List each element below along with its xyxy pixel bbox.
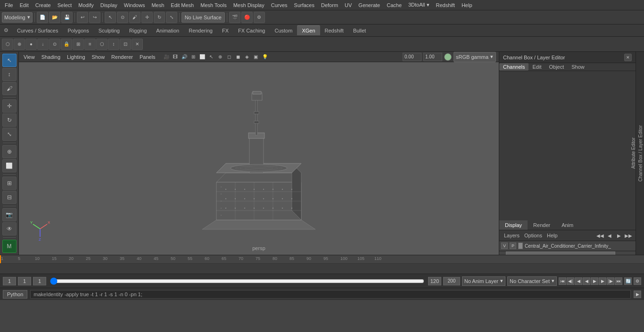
- viewport-menu-view[interactable]: View: [22, 53, 37, 61]
- render-lt[interactable]: 📷: [2, 208, 17, 221]
- layer-tab-display[interactable]: Display: [499, 220, 528, 230]
- layers-scrollbar[interactable]: [499, 251, 636, 255]
- edge-tab-cb[interactable]: Channel Box / Layer Editor: [637, 121, 644, 186]
- menu-edit-mesh[interactable]: Edit Mesh: [168, 1, 197, 9]
- scale-field[interactable]: 1.00: [423, 53, 442, 61]
- tab-xgen[interactable]: XGen: [297, 25, 320, 35]
- layer-name[interactable]: Central_Air_Conditioner_Carrier_Infinity…: [525, 243, 634, 249]
- prev-key-btn[interactable]: ◀|: [567, 277, 574, 285]
- menu-uv[interactable]: UV: [342, 1, 355, 9]
- rotate-lt[interactable]: ↻: [2, 113, 17, 127]
- open-file-btn[interactable]: 📂: [49, 12, 60, 23]
- layer-tab-render[interactable]: Render: [528, 220, 556, 230]
- menu-select[interactable]: Select: [55, 1, 75, 9]
- menu-curves[interactable]: Curves: [268, 1, 290, 9]
- vp-camera-icon[interactable]: 🎥: [162, 53, 171, 61]
- viewport-menu-renderer[interactable]: Renderer: [109, 53, 135, 61]
- frame-current-2[interactable]: 1: [18, 277, 31, 285]
- snap-lt[interactable]: ⊕: [2, 145, 17, 158]
- tool-4[interactable]: ↓: [37, 39, 49, 50]
- tool-7[interactable]: ⊞: [73, 39, 84, 50]
- tool-9[interactable]: ⬡: [96, 39, 107, 50]
- vp-wire-icon[interactable]: ◻: [225, 53, 233, 61]
- ch-tab-edit[interactable]: Edit: [528, 63, 545, 71]
- menu-windows[interactable]: Windows: [121, 1, 148, 9]
- menu-create[interactable]: Create: [33, 1, 54, 9]
- settings-btn[interactable]: ⚙: [634, 277, 641, 285]
- color-profile-dropdown[interactable]: sRGB gamma ▾: [454, 52, 496, 62]
- vp-tex-icon[interactable]: ▣: [252, 53, 260, 61]
- rotate-btn[interactable]: ↻: [154, 12, 165, 23]
- new-file-btn[interactable]: 📄: [37, 12, 48, 23]
- tool-1[interactable]: ⬡: [2, 39, 13, 50]
- menu-display[interactable]: Display: [98, 1, 120, 9]
- menu-mesh-tools[interactable]: Mesh Tools: [198, 1, 229, 9]
- layer-end-icon[interactable]: ▶▶: [624, 231, 633, 240]
- menu-file[interactable]: File: [2, 1, 16, 9]
- menu-modify[interactable]: Modify: [75, 1, 96, 9]
- layer-forward-icon[interactable]: ▶: [615, 231, 623, 240]
- tool-5[interactable]: ⊙: [49, 39, 60, 50]
- tab-settings-icon[interactable]: ⚙: [2, 26, 10, 35]
- menu-deform[interactable]: Deform: [318, 1, 341, 9]
- artisan-tool-lt[interactable]: ↕: [2, 68, 17, 81]
- scale-lt[interactable]: ⤡: [2, 128, 17, 141]
- ch-tab-channels[interactable]: Channels: [499, 63, 528, 71]
- ch-tab-object[interactable]: Object: [545, 63, 568, 71]
- layer-back-icon[interactable]: ◀: [605, 231, 614, 240]
- viewport-menu-shading[interactable]: Shading: [40, 53, 62, 61]
- loop-btn[interactable]: 🔄: [624, 277, 632, 285]
- timeline-ruler[interactable]: 1 5 10 15 20 25 30 35 40 45 50 55 60 65 …: [0, 255, 644, 264]
- anim-layer-dropdown[interactable]: No Anim Layer ▾: [462, 276, 505, 286]
- move-lt[interactable]: ✛: [2, 99, 17, 113]
- workspace-dropdown[interactable]: Modeling ▾: [2, 12, 33, 23]
- tool-12[interactable]: ✕: [132, 39, 143, 50]
- show-lt[interactable]: 👁: [2, 222, 17, 235]
- menu-3dto[interactable]: 3DtoAll ▾: [405, 1, 432, 9]
- color-profile-swatch[interactable]: [444, 53, 452, 61]
- vp-mat-icon[interactable]: ◈: [243, 53, 251, 61]
- tool-2[interactable]: ⊕: [14, 39, 25, 50]
- maya-logo-lt[interactable]: M: [2, 240, 17, 253]
- tab-sculpting[interactable]: Sculpting: [94, 26, 124, 35]
- frame-current-1[interactable]: 1: [3, 277, 16, 285]
- tab-rigging[interactable]: Rigging: [124, 26, 151, 35]
- layer-add-icon[interactable]: ◀◀: [596, 231, 604, 240]
- layer-tab-anim[interactable]: Anim: [556, 220, 579, 230]
- lasso-btn[interactable]: ⊙: [117, 12, 128, 23]
- layout2-lt[interactable]: ⊟: [2, 191, 17, 204]
- layers-menu-options[interactable]: Options: [522, 232, 544, 239]
- vp-frame-icon[interactable]: ⬜: [198, 53, 206, 61]
- frame-current-3[interactable]: 1: [33, 277, 46, 285]
- rot-field[interactable]: 0.00: [403, 53, 421, 61]
- vp-select-icon[interactable]: ↖: [207, 53, 215, 61]
- layer-p-btn[interactable]: P: [510, 243, 516, 249]
- tab-custom[interactable]: Custom: [270, 26, 297, 35]
- viewport-menu-lighting[interactable]: Lighting: [65, 53, 87, 61]
- next-frame-btn[interactable]: ▶: [599, 277, 606, 285]
- tab-curves-surfaces[interactable]: Curves / Surfaces: [12, 26, 63, 35]
- layer-v-btn[interactable]: V: [501, 243, 508, 249]
- menu-help[interactable]: Help: [459, 1, 475, 9]
- 3d-viewport[interactable]: persp X Y Z: [19, 62, 499, 255]
- layout-lt[interactable]: ⊞: [2, 177, 17, 190]
- tab-rendering[interactable]: Rendering: [184, 26, 217, 35]
- scale-btn[interactable]: ⤡: [166, 12, 177, 23]
- char-set-dropdown[interactable]: No Character Set ▾: [507, 276, 557, 286]
- menu-mesh[interactable]: Mesh: [149, 1, 167, 9]
- tab-polygons[interactable]: Polygons: [63, 26, 93, 35]
- next-key-btn[interactable]: |▶: [607, 277, 614, 285]
- play-forward-btn[interactable]: ▶: [591, 277, 598, 285]
- tab-fx[interactable]: FX: [217, 26, 233, 35]
- vp-audio-icon[interactable]: 🔊: [180, 53, 189, 61]
- marquee-lt[interactable]: ⬜: [2, 159, 17, 172]
- undo-btn[interactable]: ↩: [77, 12, 88, 23]
- edge-tab-ae[interactable]: Attribute Editor: [630, 134, 637, 172]
- render-btn[interactable]: 🎬: [229, 12, 240, 23]
- menu-redshift[interactable]: Redshift: [433, 1, 458, 9]
- viewport-menu-show[interactable]: Show: [90, 53, 107, 61]
- save-file-btn[interactable]: 💾: [61, 12, 73, 23]
- layers-menu-layers[interactable]: Layers: [502, 232, 521, 239]
- paint-select-btn[interactable]: 🖌: [129, 12, 140, 23]
- vp-film-icon[interactable]: 🎞: [171, 53, 180, 61]
